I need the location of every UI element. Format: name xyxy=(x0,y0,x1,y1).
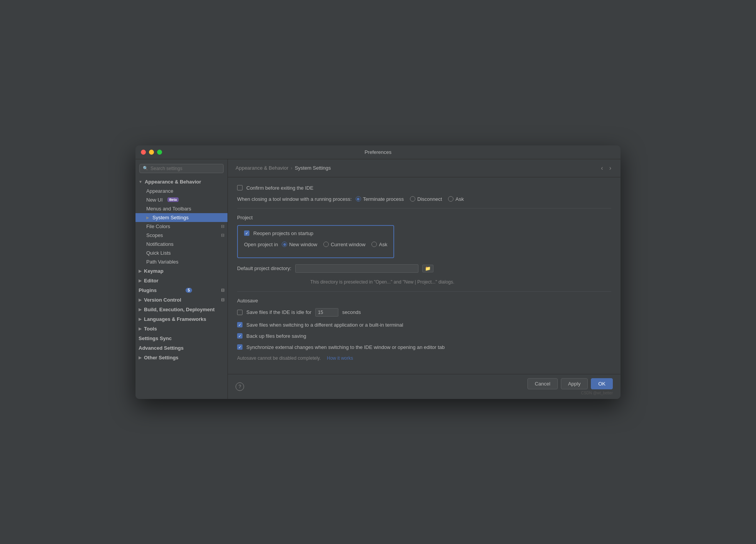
plugins-badge: 5 xyxy=(186,288,192,293)
default-dir-row: Default project directory: 📁 xyxy=(237,264,611,273)
sidebar-item-editor[interactable]: ▶ Editor xyxy=(135,276,227,285)
default-dir-input[interactable] xyxy=(295,264,418,273)
sidebar-item-quick-lists[interactable]: Quick Lists xyxy=(135,249,227,257)
chevron-right-icon-vc: ▶ xyxy=(139,298,142,302)
sidebar-item-build-execution[interactable]: ▶ Build, Execution, Deployment xyxy=(135,305,227,314)
autosave-idle-label: Save files if the IDE is idle for xyxy=(246,309,311,315)
search-input[interactable] xyxy=(151,166,220,171)
sync-external-label: Synchronize external changes when switch… xyxy=(246,344,445,350)
sync-external-row: Synchronize external changes when switch… xyxy=(237,344,611,350)
backup-row: Back up files before saving xyxy=(237,333,611,339)
radio-ask[interactable]: Ask xyxy=(448,196,464,202)
radio-disconnect[interactable]: Disconnect xyxy=(410,196,442,202)
beta-badge: Beta xyxy=(167,197,179,202)
autosave-switch-checkbox[interactable] xyxy=(237,322,243,327)
backup-checkbox[interactable] xyxy=(237,333,243,339)
sidebar-item-version-control[interactable]: ▶ Version Control ⊟ xyxy=(135,295,227,305)
sidebar-item-keymap[interactable]: ▶ Keymap xyxy=(135,266,227,276)
search-icon: 🔍 xyxy=(143,166,148,171)
watermark: CSDN @wt_better xyxy=(581,391,613,395)
sidebar-item-system-settings[interactable]: ▶ System Settings xyxy=(135,213,227,222)
divider-1 xyxy=(237,208,611,209)
sidebar-item-other-settings[interactable]: ▶ Other Settings xyxy=(135,353,227,362)
maximize-button[interactable] xyxy=(157,150,162,155)
open-project-label: Open project in xyxy=(244,242,278,247)
radio-ask-project[interactable]: Ask xyxy=(371,242,387,247)
autosave-note: Autosave cannot be disabled completely. xyxy=(237,355,321,361)
plugins-settings-icon: ⊟ xyxy=(221,288,224,293)
minimize-button[interactable] xyxy=(149,150,154,155)
content-area: 🔍 ▼ Appearance & Behavior Appearance New… xyxy=(135,159,621,399)
apply-button[interactable]: Apply xyxy=(561,378,588,389)
autosave-switch-row: Save files when switching to a different… xyxy=(237,322,611,328)
sidebar-item-tools[interactable]: ▶ Tools xyxy=(135,324,227,334)
search-container[interactable]: 🔍 xyxy=(139,164,224,173)
sidebar-item-path-variables[interactable]: Path Variables xyxy=(135,257,227,266)
breadcrumb-separator: › xyxy=(291,165,292,171)
radio-ask-label: Ask xyxy=(455,196,464,202)
sidebar-item-scopes[interactable]: Scopes ⊟ xyxy=(135,231,227,240)
sidebar-item-new-ui[interactable]: New UI Beta xyxy=(135,195,227,204)
sidebar-item-menus-toolbars[interactable]: Menus and Toolbars xyxy=(135,204,227,213)
sidebar-item-settings-sync[interactable]: Settings Sync xyxy=(135,334,227,343)
radio-ask-btn[interactable] xyxy=(448,196,453,202)
chevron-right-icon: ▶ xyxy=(146,215,149,220)
main-panel: Appearance & Behavior › System Settings … xyxy=(228,159,621,399)
sidebar-item-advanced-settings[interactable]: Advanced Settings xyxy=(135,343,227,353)
panel-header: Appearance & Behavior › System Settings … xyxy=(228,159,621,177)
vc-settings-icon: ⊟ xyxy=(221,297,224,302)
nav-forward-button[interactable]: › xyxy=(608,164,613,172)
divider-2 xyxy=(237,291,611,292)
chevron-down-icon: ▼ xyxy=(139,180,142,184)
sidebar-item-appearance[interactable]: Appearance xyxy=(135,187,227,195)
sidebar-item-notifications[interactable]: Notifications xyxy=(135,240,227,249)
radio-current-window-btn[interactable] xyxy=(323,242,329,247)
window-title: Preferences xyxy=(365,149,391,155)
close-button[interactable] xyxy=(141,150,146,155)
bottom-bar: ? Cancel Apply OK CSDN @wt_better xyxy=(228,374,621,399)
folder-browse-button[interactable]: 📁 xyxy=(422,265,433,272)
chevron-right-icon-lang: ▶ xyxy=(139,317,142,321)
autosave-note-row: Autosave cannot be disabled completely. … xyxy=(237,355,611,361)
radio-terminate-label: Terminate process xyxy=(363,196,404,202)
sidebar-item-languages[interactable]: ▶ Languages & Frameworks xyxy=(135,314,227,324)
help-button[interactable]: ? xyxy=(236,382,244,391)
autosave-link[interactable]: How it works xyxy=(327,355,353,361)
confirm-exit-row: Confirm before exiting the IDE xyxy=(237,185,611,191)
tool-window-radio-group: Terminate process Disconnect Ask xyxy=(356,196,464,202)
breadcrumb: Appearance & Behavior › System Settings xyxy=(236,165,331,171)
panel-content: Confirm before exiting the IDE When clos… xyxy=(228,177,621,374)
radio-new-window-label: New window xyxy=(289,242,317,247)
preferences-window: Preferences 🔍 ▼ Appearance & Behavior Ap… xyxy=(135,145,621,399)
radio-new-window[interactable]: New window xyxy=(282,242,317,247)
sync-external-checkbox[interactable] xyxy=(237,344,243,350)
seconds-label: seconds xyxy=(342,309,361,315)
confirm-exit-checkbox[interactable] xyxy=(237,185,243,190)
radio-ask-project-btn[interactable] xyxy=(371,242,377,247)
ok-button[interactable]: OK xyxy=(591,378,613,389)
sidebar: 🔍 ▼ Appearance & Behavior Appearance New… xyxy=(135,159,228,399)
sidebar-item-appearance-behavior[interactable]: ▼ Appearance & Behavior xyxy=(135,177,227,187)
nav-buttons: ‹ › xyxy=(599,164,613,172)
radio-current-window-label: Current window xyxy=(331,242,365,247)
autosave-idle-checkbox[interactable] xyxy=(237,310,243,315)
sidebar-item-plugins[interactable]: Plugins 5 ⊟ xyxy=(135,285,227,295)
nav-back-button[interactable]: ‹ xyxy=(599,164,604,172)
chevron-right-icon-other: ▶ xyxy=(139,355,142,360)
radio-current-window[interactable]: Current window xyxy=(323,242,365,247)
sidebar-item-file-colors[interactable]: File Colors ⊟ xyxy=(135,222,227,231)
confirm-exit-label: Confirm before exiting the IDE xyxy=(246,185,313,191)
radio-terminate[interactable]: Terminate process xyxy=(356,196,404,202)
radio-terminate-btn[interactable] xyxy=(356,196,361,202)
reopen-projects-checkbox[interactable] xyxy=(244,230,249,236)
reopen-projects-row: Reopen projects on startup xyxy=(244,230,387,236)
window-controls xyxy=(141,150,162,155)
radio-new-window-btn[interactable] xyxy=(282,242,287,247)
chevron-right-icon-build: ▶ xyxy=(139,307,142,312)
reopen-projects-label: Reopen projects on startup xyxy=(253,230,313,236)
idle-seconds-input[interactable] xyxy=(315,308,338,317)
autosave-section-title: Autosave xyxy=(237,298,611,304)
radio-disconnect-btn[interactable] xyxy=(410,196,415,202)
chevron-right-icon-editor: ▶ xyxy=(139,279,142,283)
cancel-button[interactable]: Cancel xyxy=(527,378,557,389)
